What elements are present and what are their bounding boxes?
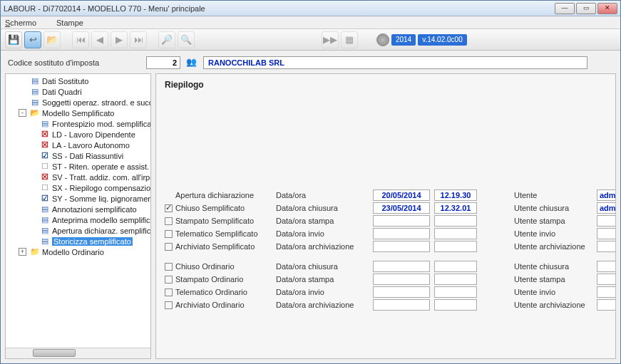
status-checkbox-row: Stampato Semplificato <box>165 217 272 225</box>
date-field[interactable] <box>373 261 430 272</box>
toolbar-back-icon[interactable]: ↩ <box>24 31 41 48</box>
datetime-label: Data/ora <box>276 191 369 199</box>
tree-hscrollbar[interactable] <box>6 348 150 358</box>
toolbar-binoculars-icon[interactable]: 🔎 <box>158 31 175 48</box>
toolbar-prev-icon[interactable]: ◀ <box>91 31 108 48</box>
toolbar-last-icon[interactable]: ⏭ <box>130 31 147 48</box>
datetime-label: Data/ora archiviazione <box>276 242 369 251</box>
date-field[interactable]: 20/05/2014 <box>373 189 430 201</box>
toolbar-open-icon[interactable]: 📂 <box>43 31 61 48</box>
checkbox[interactable] <box>165 204 173 212</box>
checkbox[interactable] <box>165 217 173 225</box>
maximize-button[interactable]: ▭ <box>576 3 596 14</box>
checkbox[interactable] <box>165 243 173 251</box>
tree-item[interactable]: ▤Anteprima modello semplificato <box>9 214 149 225</box>
menu-schermo[interactable]: Schermo <box>5 19 46 27</box>
checkbox[interactable] <box>165 288 173 296</box>
form-icon: ▤ <box>40 215 50 224</box>
user-field[interactable] <box>597 241 616 252</box>
toolbar-grid-icon[interactable]: ▦ <box>341 31 358 48</box>
folder-icon: 📁 <box>30 247 40 256</box>
codice-lookup-icon[interactable]: 👥 <box>186 57 197 68</box>
toolbar: 💾 ↩ 📂 ⏮ ◀ ▶ ⏭ 🔎 🔍 ▶▶ ▦ 2014 v.14.02.0c00 <box>1 29 620 51</box>
time-field[interactable] <box>434 241 477 252</box>
toolbar-save-icon[interactable]: 💾 <box>5 31 22 48</box>
toolbar-skip-icon[interactable]: ▶▶ <box>322 31 339 48</box>
user-field[interactable]: admin <box>597 189 616 201</box>
company-field: RANOCCHILAB SRL <box>203 56 587 69</box>
time-field[interactable] <box>434 228 477 239</box>
user-field[interactable] <box>597 299 616 311</box>
user-field[interactable] <box>597 261 616 272</box>
user-label: Utente chiusura <box>514 262 592 271</box>
tree-item[interactable]: ▤Dati Sostituto <box>9 76 149 86</box>
checkbox[interactable] <box>165 230 173 238</box>
date-field[interactable] <box>373 274 430 285</box>
tree-item-label: SX - Riepilogo compensazioni <box>52 184 150 192</box>
user-label: Utente invio <box>514 229 592 238</box>
user-field[interactable]: admin <box>597 202 616 214</box>
time-field[interactable] <box>434 261 477 272</box>
tree-item[interactable]: ▤Soggetti operaz. straord. e succes. <box>9 97 149 108</box>
user-field[interactable] <box>597 228 616 239</box>
date-field[interactable] <box>373 228 430 239</box>
tree-expander-icon[interactable]: + <box>19 248 26 256</box>
tree[interactable]: ▤Dati Sostituto▤Dati Quadri▤Soggetti ope… <box>6 74 150 348</box>
time-field[interactable]: 12.19.30 <box>434 189 477 201</box>
window-buttons: — ▭ ✕ <box>555 3 617 14</box>
scrollbar-thumb[interactable] <box>33 349 76 357</box>
close-button[interactable]: ✕ <box>597 3 617 14</box>
checkbox[interactable] <box>165 301 173 309</box>
checkbox[interactable] <box>165 276 173 284</box>
tree-item[interactable]: ☒LA - Lavoro Autonomo <box>9 140 149 150</box>
tree-item[interactable]: ▤Dati Quadri <box>9 86 149 97</box>
time-field[interactable] <box>434 215 477 227</box>
codice-input[interactable]: 2 <box>146 56 180 69</box>
datetime-label: Data/ora invio <box>276 229 369 238</box>
tree-item[interactable]: ☐SX - Riepilogo compensazioni <box>9 182 149 193</box>
tree-expander-icon <box>29 141 36 149</box>
tree-item[interactable]: ▤Storicizza semplificato <box>9 236 149 246</box>
toolbar-first-icon[interactable]: ⏮ <box>72 31 89 48</box>
date-field[interactable] <box>373 215 430 227</box>
tree-item[interactable]: ☒LD - Lavoro Dipendente <box>9 129 149 140</box>
tree-item[interactable]: ▤Apertura dichiaraz. semplificato <box>9 225 149 236</box>
detail-title: Riepilogo <box>165 80 607 90</box>
tree-item[interactable]: ☒SV - Tratt. addiz. com. all'irpef <box>9 172 149 182</box>
checkbox[interactable] <box>165 263 173 271</box>
user-field[interactable] <box>597 286 616 298</box>
minimize-button[interactable]: — <box>555 3 575 14</box>
toolbar-zoom-icon[interactable]: 🔍 <box>178 31 195 48</box>
redx-icon: ☒ <box>40 140 50 150</box>
date-field[interactable] <box>373 286 430 298</box>
tree-item[interactable]: ☐ST - Riten. operate e assist. fisc. <box>9 161 149 172</box>
user-label: Utente <box>514 191 592 199</box>
date-field[interactable] <box>373 241 430 252</box>
time-field[interactable] <box>434 274 477 285</box>
date-field[interactable]: 23/05/2014 <box>373 202 430 214</box>
tree-item[interactable]: ▤Frontespizio mod. semplificato <box>9 118 149 129</box>
time-field[interactable] <box>434 286 477 298</box>
tree-item[interactable]: ▤Annotazioni semplificato <box>9 204 149 214</box>
tree-item-label: Dati Sostituto <box>42 77 88 85</box>
detail-grid: Apertura dichiarazioneData/ora20/05/2014… <box>165 189 607 311</box>
tree-item[interactable]: +📁Modello Ordinario <box>9 246 149 257</box>
tree-item[interactable]: ☑SS - Dati Riassuntivi <box>9 150 149 161</box>
form-icon: ▤ <box>30 87 40 96</box>
tree-item-label: Dati Quadri <box>42 88 82 96</box>
tree-item-label: LD - Lavoro Dipendente <box>52 130 135 139</box>
time-field[interactable]: 12.32.01 <box>434 202 477 214</box>
date-field[interactable] <box>373 299 430 311</box>
user-field[interactable] <box>597 274 616 285</box>
toolbar-next-icon[interactable]: ▶ <box>111 31 128 48</box>
tree-expander-icon[interactable]: - <box>19 109 26 117</box>
time-field[interactable] <box>434 299 477 311</box>
menu-stampe[interactable]: Stampe <box>56 19 93 27</box>
tree-expander-icon <box>29 120 36 128</box>
status-checkbox-row: Telematico Semplificato <box>165 229 272 238</box>
user-label: Utente chiusura <box>514 204 592 212</box>
user-field[interactable] <box>597 215 616 227</box>
tree-item[interactable]: -📂Modello Semplificato <box>9 108 149 118</box>
tree-item-label: Soggetti operaz. straord. e succes. <box>42 98 150 107</box>
tree-item[interactable]: ☑SY - Somme liq. pignoramento <box>9 193 149 204</box>
